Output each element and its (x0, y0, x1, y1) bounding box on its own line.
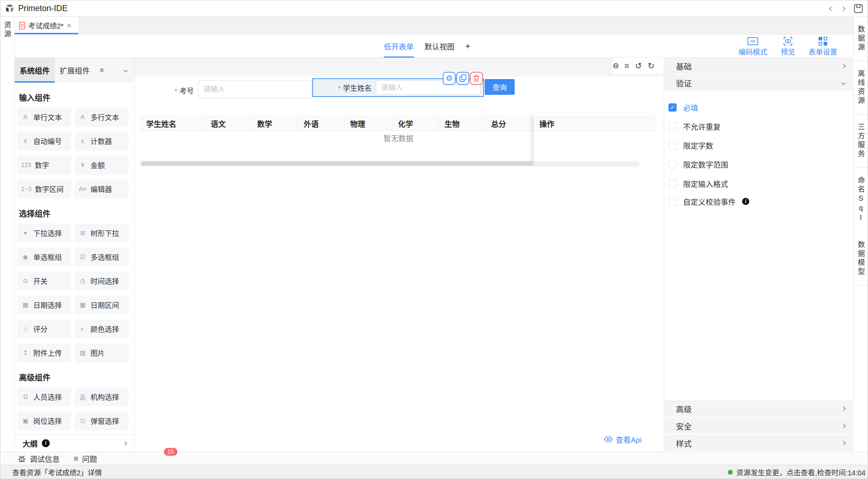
textarea-icon: A (78, 114, 87, 121)
debug-info-button[interactable]: 调试信息 (18, 452, 60, 465)
col-chemistry: 化学 (392, 116, 439, 131)
file-tab-exam-scores[interactable]: 考试成绩2* × (15, 17, 78, 34)
component-date-range[interactable]: ▦日期区间 (75, 295, 128, 314)
component-checkbox-group[interactable]: ☑多选框组 (75, 248, 128, 267)
section-basic[interactable]: 基础 (664, 58, 854, 74)
status-resource-detail[interactable]: 查看资源「考试成绩2」详情 (12, 467, 102, 478)
group-title-input: 输入组件 (19, 91, 132, 103)
copy-icon (461, 74, 466, 80)
custom-validation-info-icon[interactable]: i (742, 198, 749, 205)
dock-datasource[interactable]: 数据源 (854, 17, 868, 61)
custom-validation-checkbox[interactable] (668, 197, 677, 206)
text-icon: A (21, 114, 30, 121)
outline-expand-icon[interactable] (123, 441, 127, 446)
component-palette: 系统组件 扩展组件 ≡ 输入组件 A单行文本 A多行文本 #自动编号 ±计数器 … (15, 58, 134, 452)
option-limit-number-range[interactable]: 限定数字范围 (668, 155, 728, 173)
tab-system-components[interactable]: 系统组件 (15, 58, 55, 83)
field-label-student-name: *学生姓名 (318, 83, 372, 93)
dock-resources[interactable]: 资源 (2, 17, 13, 39)
dock-named-sql[interactable]: 命名Sql (854, 168, 868, 232)
component-auto-number[interactable]: #自动编号 (18, 132, 71, 151)
component-multi-line-text[interactable]: A多行文本 (75, 108, 128, 127)
eye-icon (604, 436, 613, 442)
component-attachment-upload[interactable]: ↥附件上传 (18, 343, 71, 362)
exam-no-input[interactable] (198, 80, 312, 98)
option-limit-input-format[interactable]: 限定输入格式 (668, 174, 728, 193)
component-switch[interactable]: ⊙开关 (18, 272, 71, 290)
limit-number-range-checkbox[interactable] (668, 160, 677, 168)
add-view-button[interactable]: + (465, 41, 470, 51)
component-radio-group[interactable]: ◉单选框组 (18, 248, 71, 267)
option-required[interactable]: ✓ 必填 (668, 98, 698, 117)
component-color-picker[interactable]: ◐颜色选择 (75, 319, 128, 338)
canvas-toolbar: ≡ ↺ ↻ (613, 58, 664, 74)
form-settings-button[interactable]: 表单设置 (809, 36, 837, 57)
component-image[interactable]: ▨图片 (75, 343, 128, 362)
component-rating[interactable]: ☆评分 (18, 319, 71, 338)
section-security[interactable]: 安全 (664, 417, 854, 434)
section-style[interactable]: 样式 (664, 435, 854, 451)
outline-info-icon[interactable]: i (42, 439, 50, 447)
undo-icon[interactable]: ↺ (635, 62, 642, 70)
component-amount[interactable]: ¥金额 (75, 156, 128, 175)
search-button[interactable]: 查询 (485, 79, 515, 95)
dialog-icon: ⊡ (78, 417, 87, 425)
code-mode-button[interactable]: </> 编码模式 (739, 36, 767, 57)
component-date-picker[interactable]: ▦日期选择 (18, 295, 71, 314)
no-duplicate-checkbox[interactable] (668, 122, 677, 131)
component-dropdown[interactable]: ▾下拉选择 (18, 224, 71, 243)
app-root: Primeton-IDE 考试成绩2* × 资源 数据源 离线资源 三方服务 命… (0, 0, 868, 479)
limit-length-checkbox[interactable] (668, 141, 677, 150)
table-hscroll-thumb[interactable] (141, 161, 534, 166)
dock-offline-resources[interactable]: 离线资源 (854, 61, 868, 114)
required-checkbox[interactable]: ✓ (668, 103, 677, 112)
code-mode-icon: </> (747, 37, 758, 45)
component-number-range[interactable]: 1~3数字区间 (18, 180, 71, 199)
tab-extended-components[interactable]: 扩展组件 (55, 58, 95, 83)
redo-icon[interactable]: ↻ (648, 62, 654, 70)
section-validation[interactable]: 验证 (664, 74, 854, 91)
component-person-picker[interactable]: Ω人员选择 (18, 387, 71, 406)
component-settings-button[interactable]: ⚙ (443, 72, 456, 85)
option-no-duplicate[interactable]: 不允许重复 (668, 117, 721, 136)
component-tree-dropdown[interactable]: ⊞树形下拉 (75, 224, 128, 243)
component-dialog-picker[interactable]: ⊡弹窗选择 (75, 411, 128, 430)
view-api-link[interactable]: 查看Api (604, 434, 642, 445)
globe-icon[interactable] (613, 62, 619, 70)
file-tab-label: 考试成绩2* (28, 20, 64, 31)
trash-icon (473, 75, 480, 82)
preview-button[interactable]: 预览 (781, 36, 795, 57)
col-biology: 生物 (439, 116, 485, 131)
component-number[interactable]: 123数字 (18, 156, 71, 175)
tab-lowcode-form[interactable]: 低开表单 (384, 34, 414, 58)
component-org-picker[interactable]: 品机构选择 (75, 387, 128, 406)
option-limit-length[interactable]: 限定字数 (668, 136, 713, 155)
gear-icon: ⚙ (446, 74, 453, 82)
tab-close-icon[interactable]: × (67, 22, 72, 30)
status-change-notice[interactable]: 资源发生变更，点击查看,检查时间:14:04 (728, 467, 865, 478)
component-editor[interactable]: A≡编辑器 (75, 180, 128, 199)
component-time-picker[interactable]: ◷时间选择 (75, 272, 128, 290)
tab-default-view[interactable]: 默认视图 (425, 34, 455, 58)
component-counter[interactable]: ±计数器 (75, 132, 128, 151)
component-copy-button[interactable] (456, 72, 469, 85)
outline-bar[interactable]: 大纲 i (15, 434, 134, 452)
outline-tree-icon[interactable]: ≡ (624, 62, 629, 70)
option-custom-validation[interactable]: 自定义校验事件 i (668, 192, 749, 211)
dock-third-party-services[interactable]: 三方服务 (854, 114, 868, 168)
palette-collapse-icon[interactable] (123, 68, 128, 73)
component-post-picker[interactable]: ▣岗位选择 (18, 411, 71, 430)
canvas-top-band (134, 58, 664, 77)
document-icon (19, 22, 25, 29)
problems-button[interactable]: ≡ 问题 15 (74, 452, 97, 465)
component-single-line-text[interactable]: A单行文本 (18, 108, 71, 127)
limit-input-format-checkbox[interactable] (668, 180, 677, 188)
nav-back-icon[interactable] (829, 6, 834, 11)
nav-forward-icon[interactable] (841, 6, 845, 11)
section-advanced[interactable]: 高级 (664, 400, 854, 417)
palette-list-icon[interactable]: ≡ (100, 66, 104, 74)
save-icon[interactable] (853, 4, 863, 14)
dock-data-model[interactable]: 数据模型 (854, 232, 868, 285)
problems-list-icon: ≡ (74, 454, 78, 464)
component-delete-button[interactable] (470, 72, 483, 85)
